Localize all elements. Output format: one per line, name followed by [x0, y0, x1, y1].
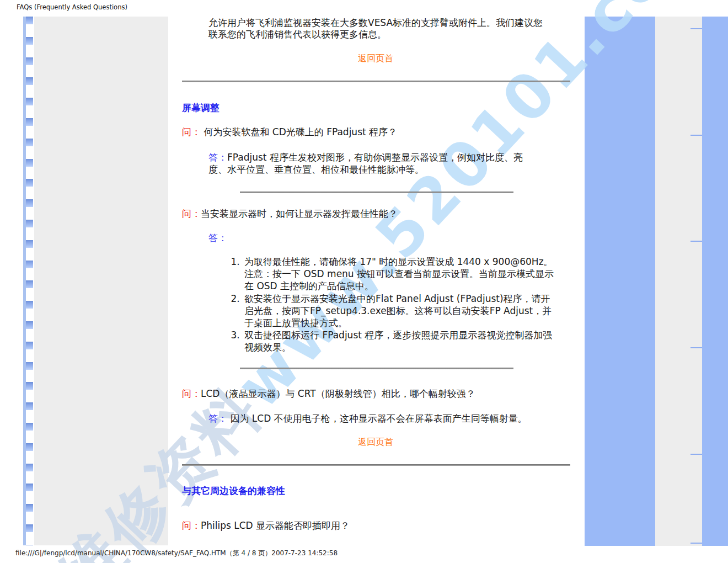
- back-to-top-link[interactable]: 返回页首: [182, 436, 569, 448]
- setup-step: 欲安装位于显示器安装光盘中的Flat Panel Adjust (FPadjus…: [243, 293, 556, 330]
- question-text: LCD（液晶显示器）与 CRT（阴极射线管）相比，哪个幅射较强？: [201, 388, 475, 399]
- divider: [182, 464, 570, 466]
- question-text: 何为安装软盘和 CD光碟上的 FPadjust 程序？: [201, 126, 397, 137]
- question-text: Philips LCD 显示器能否即插即用？: [201, 520, 350, 531]
- answer-fpadjust-what: 答：FPadjust 程序生发校对图形，有助你调整显示器设置，例如对比度、亮度、…: [208, 151, 535, 176]
- divider: [240, 368, 513, 369]
- answer-text: FPadjust 程序生发校对图形，有助你调整显示器设置，例如对比度、亮度、水平…: [208, 152, 523, 175]
- answer-label: 答：: [208, 232, 227, 243]
- faq-content: 允许用户将飞利浦监视器安装在大多数VESA标准的支撑臂或附件上。我们建议您联系您…: [0, 0, 728, 563]
- question-label: 问：: [182, 126, 201, 137]
- page-title: FAQs (Frequently Asked Questions): [17, 3, 127, 11]
- back-to-top-link[interactable]: 返回页首: [182, 52, 569, 64]
- divider: [240, 192, 513, 193]
- question-plug-and-play: 问：Philips LCD 显示器能否即插即用？: [182, 520, 350, 532]
- answer-text: 因为 LCD 不使用电子枪，这种显示器不会在屏幕表面产生同等幅射量。: [227, 413, 527, 424]
- question-label: 问：: [182, 208, 201, 219]
- question-fpadjust-what: 问： 何为安装软盘和 CD光碟上的 FPadjust 程序？: [182, 126, 397, 138]
- setup-steps-list: 为取得最佳性能，请确保将 17" 时的显示设置设成 1440 x 900@60H…: [224, 256, 556, 354]
- section-title-compatibility: 与其它周边设备的兼容性: [182, 485, 285, 497]
- question-label: 问：: [182, 520, 201, 531]
- divider: [182, 81, 570, 82]
- question-best-performance: 问：当安装显示器时，如何让显示器发挥最佳性能？: [182, 208, 398, 220]
- question-text: 当安装显示器时，如何让显示器发挥最佳性能？: [201, 208, 398, 219]
- answer-lcd-vs-crt: 答： 因为 LCD 不使用电子枪，这种显示器不会在屏幕表面产生同等幅射量。: [208, 412, 546, 424]
- setup-step: 双击捷径图标运行 FPadjust 程序，逐步按照提示用显示器视觉控制器加强视频…: [243, 329, 556, 353]
- answer-label: 答：: [208, 152, 227, 163]
- setup-step: 为取得最佳性能，请确保将 17" 时的显示设置设成 1440 x 900@60H…: [243, 256, 556, 293]
- question-label: 问：: [182, 388, 201, 399]
- status-bar-file-path: file:///G|/fengp/lcd/manual/CHINA/170CW8…: [15, 549, 338, 558]
- answer-label: 答：: [208, 413, 227, 424]
- section-title-screen-adjustment: 屏幕调整: [182, 102, 220, 114]
- intro-paragraph: 允许用户将飞利浦监视器安装在大多数VESA标准的支撑臂或附件上。我们建议您联系您…: [208, 17, 547, 40]
- manual-page: FAQs (Frequently Asked Questions) 家电维修资料…: [0, 0, 728, 563]
- question-lcd-vs-crt: 问：LCD（液晶显示器）与 CRT（阴极射线管）相比，哪个幅射较强？: [182, 388, 475, 400]
- answer-best-performance-label: 答：: [208, 232, 227, 244]
